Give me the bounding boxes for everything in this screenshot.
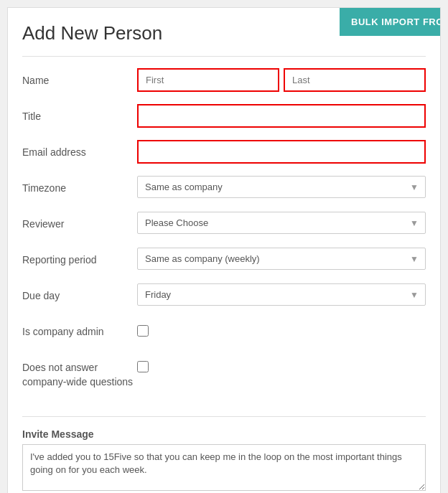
does-not-answer-row: Does not answer company-wide questions — [22, 355, 426, 389]
timezone-row: Timezone Same as companyUTCUS/EasternUS/… — [22, 176, 426, 202]
timezone-label: Timezone — [22, 176, 137, 194]
name-label: Name — [22, 68, 137, 87]
reviewer-select-wrap: Please ChooseJohn SmithJane Doe ▼ — [137, 212, 426, 234]
timezone-select[interactable]: Same as companyUTCUS/EasternUS/Pacific — [137, 176, 426, 198]
reviewer-select-container: Please ChooseJohn SmithJane Doe ▼ — [137, 212, 426, 234]
timezone-select-container: Same as companyUTCUS/EasternUS/Pacific ▼ — [137, 176, 426, 198]
title-input-wrap — [137, 104, 426, 128]
is-admin-checkbox[interactable] — [137, 325, 149, 337]
reviewer-select[interactable]: Please ChooseJohn SmithJane Doe — [137, 212, 426, 234]
first-name-input[interactable] — [137, 68, 279, 92]
last-name-input[interactable] — [284, 68, 426, 92]
reviewer-label: Reviewer — [22, 212, 137, 230]
does-not-answer-checkbox[interactable] — [137, 361, 149, 372]
email-input-wrap — [137, 140, 426, 164]
form-divider — [22, 416, 426, 417]
title-row: Title — [22, 104, 426, 130]
reporting-select-wrap: Same as company (weekly)WeeklyBi-weeklyM… — [137, 248, 426, 270]
reporting-period-label: Reporting period — [22, 248, 137, 266]
title-input[interactable] — [137, 104, 426, 128]
reporting-period-select[interactable]: Same as company (weekly)WeeklyBi-weeklyM… — [137, 248, 426, 270]
name-row: Name — [22, 68, 426, 94]
due-day-select[interactable]: FridayMondayTuesdayWednesdayThursday — [137, 283, 426, 306]
reporting-select-container: Same as company (weekly)WeeklyBi-weeklyM… — [137, 248, 426, 270]
email-label: Email address — [22, 140, 137, 159]
add-person-form: BULK IMPORT FRO Add New Person Name Titl… — [7, 7, 441, 493]
due-day-select-wrap: FridayMondayTuesdayWednesdayThursday ▼ — [137, 283, 426, 306]
reviewer-row: Reviewer Please ChooseJohn SmithJane Doe… — [22, 212, 426, 238]
due-day-select-container: FridayMondayTuesdayWednesdayThursday ▼ — [137, 283, 426, 306]
reporting-period-row: Reporting period Same as company (weekly… — [22, 248, 426, 273]
invite-message-wrap — [22, 444, 426, 493]
name-inputs — [137, 68, 426, 92]
is-admin-checkbox-wrap — [137, 319, 149, 339]
form-body: Name Title Email address Timezone — [8, 57, 440, 410]
invite-message-label: Invite Message — [22, 428, 426, 440]
is-admin-row: Is company admin — [22, 319, 426, 345]
does-not-answer-checkbox-wrap — [137, 355, 149, 375]
title-label: Title — [22, 104, 137, 123]
is-admin-label: Is company admin — [22, 319, 137, 338]
timezone-select-wrap: Same as companyUTCUS/EasternUS/Pacific ▼ — [137, 176, 426, 198]
email-row: Email address — [22, 140, 426, 166]
invite-message-textarea[interactable] — [22, 444, 426, 491]
bulk-import-button[interactable]: BULK IMPORT FRO — [340, 8, 440, 36]
due-day-label: Due day — [22, 283, 137, 302]
invite-section: Invite Message — [8, 428, 440, 493]
email-input[interactable] — [137, 140, 426, 164]
due-day-row: Due day FridayMondayTuesdayWednesdayThur… — [22, 283, 426, 309]
does-not-answer-label: Does not answer company-wide questions — [22, 355, 137, 389]
